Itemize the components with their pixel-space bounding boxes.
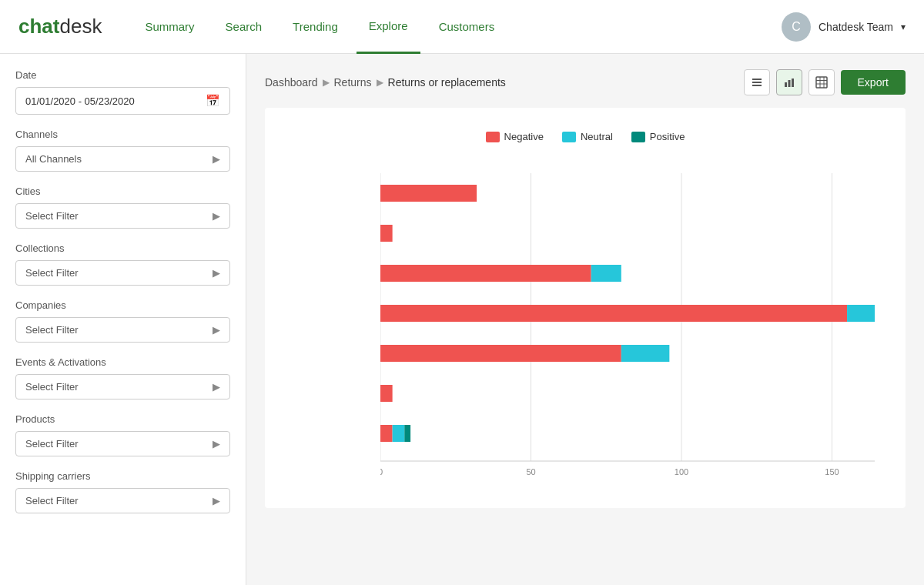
svg-text:150: 150: [825, 467, 839, 476]
svg-rect-5: [792, 79, 794, 87]
channels-value: All Channels: [25, 153, 82, 165]
breadcrumb-actions: Export: [744, 69, 906, 95]
collections-value: Select Filter: [25, 267, 79, 279]
nav-trending[interactable]: Trending: [280, 0, 350, 54]
legend-negative-color: [486, 132, 500, 142]
products-filter-group: Products Select Filter ▶: [15, 413, 230, 456]
logo-chat: chat: [18, 15, 59, 38]
nav-customers[interactable]: Customers: [427, 0, 507, 54]
shipping-label: Shipping carriers: [15, 470, 230, 482]
legend-neutral-color: [562, 132, 576, 142]
products-dropdown[interactable]: Select Filter ▶: [15, 431, 230, 456]
channels-filter-group: Channels All Channels ▶: [15, 129, 230, 172]
legend-neutral-label: Neutral: [581, 131, 613, 142]
channels-label: Channels: [15, 129, 230, 140]
shipping-value: Select Filter: [25, 495, 79, 506]
svg-rect-17: [380, 185, 477, 202]
channels-arrow-icon: ▶: [213, 153, 220, 165]
logo: chatdesk: [18, 15, 102, 38]
list-view-button[interactable]: [744, 69, 770, 95]
chart-container: Negative Neutral Positive Damaged / defe…: [265, 108, 906, 508]
svg-rect-29: [621, 345, 670, 362]
products-arrow-icon: ▶: [213, 438, 220, 450]
user-name: Chatdesk Team: [819, 21, 893, 33]
cities-dropdown[interactable]: Select Filter ▶: [15, 203, 230, 229]
nav-summary[interactable]: Summary: [132, 0, 206, 54]
cities-filter-group: Cities Select Filter ▶: [15, 186, 230, 229]
sidebar: Date 01/01/2020 - 05/23/2020 📅 Channels …: [0, 54, 246, 585]
chart-legend: Negative Neutral Positive: [280, 131, 890, 142]
svg-rect-21: [380, 265, 591, 282]
companies-value: Select Filter: [25, 324, 79, 336]
svg-rect-22: [591, 265, 621, 282]
list-icon: [751, 76, 763, 89]
svg-rect-28: [380, 345, 621, 362]
chart-svg-wrapper: Damaged / defectiveDidn't likeToo smallT…: [280, 165, 890, 486]
legend-positive-label: Positive: [650, 131, 685, 142]
events-arrow-icon: ▶: [213, 381, 220, 393]
svg-rect-19: [380, 225, 393, 242]
companies-label: Companies: [15, 299, 230, 311]
svg-text:100: 100: [675, 467, 688, 476]
svg-rect-24: [380, 305, 847, 322]
events-dropdown[interactable]: Select Filter ▶: [15, 374, 230, 399]
companies-arrow-icon: ▶: [213, 324, 220, 336]
calendar-icon: 📅: [206, 94, 220, 108]
nav-explore[interactable]: Explore: [357, 0, 420, 54]
svg-rect-0: [752, 79, 762, 80]
table-icon: [815, 76, 828, 89]
breadcrumb-arrow-2: ▶: [377, 77, 383, 88]
products-value: Select Filter: [25, 438, 79, 450]
legend-positive: Positive: [631, 131, 685, 142]
shipping-arrow-icon: ▶: [213, 495, 220, 506]
svg-rect-33: [380, 425, 393, 442]
svg-rect-35: [404, 425, 410, 442]
cities-label: Cities: [15, 186, 230, 197]
cities-value: Select Filter: [25, 210, 79, 222]
collections-label: Collections: [15, 242, 230, 254]
bar-chart-svg: Damaged / defectiveDidn't likeToo smallT…: [380, 165, 875, 484]
content-area: Dashboard ▶ Returns ▶ Returns or replace…: [246, 54, 924, 585]
collections-filter-group: Collections Select Filter ▶: [15, 242, 230, 286]
date-label: Date: [15, 69, 230, 81]
svg-rect-34: [393, 425, 405, 442]
date-value: 01/01/2020 - 05/23/2020: [25, 95, 135, 107]
chevron-down-icon: ▾: [901, 22, 906, 32]
cities-arrow-icon: ▶: [213, 210, 220, 222]
legend-positive-color: [631, 132, 645, 142]
svg-rect-25: [847, 305, 875, 322]
header: chatdesk Summary Search Trending Explore…: [0, 0, 924, 54]
svg-rect-1: [752, 82, 762, 83]
main-layout: Date 01/01/2020 - 05/23/2020 📅 Channels …: [0, 54, 924, 585]
legend-negative-label: Negative: [504, 131, 544, 142]
export-button[interactable]: Export: [841, 70, 906, 95]
bar-chart-view-button[interactable]: [776, 69, 802, 95]
user-menu[interactable]: C Chatdesk Team ▾: [782, 12, 906, 42]
channels-dropdown[interactable]: All Channels ▶: [15, 146, 230, 172]
svg-rect-6: [816, 77, 827, 88]
events-label: Events & Activations: [15, 356, 230, 368]
main-nav: Summary Search Trending Explore Customer…: [132, 0, 782, 54]
table-view-button[interactable]: [808, 69, 835, 95]
breadcrumb-returns[interactable]: Returns: [334, 76, 372, 89]
svg-rect-2: [752, 85, 762, 86]
shipping-filter-group: Shipping carriers Select Filter ▶: [15, 470, 230, 513]
avatar: C: [782, 12, 811, 42]
breadcrumb-arrow-1: ▶: [323, 77, 330, 88]
events-filter-group: Events & Activations Select Filter ▶: [15, 356, 230, 399]
legend-neutral: Neutral: [562, 131, 613, 142]
date-filter-group: Date 01/01/2020 - 05/23/2020 📅: [15, 69, 230, 115]
svg-text:50: 50: [526, 467, 535, 476]
logo-desk: desk: [59, 15, 102, 38]
shipping-dropdown[interactable]: Select Filter ▶: [15, 488, 230, 513]
events-value: Select Filter: [25, 381, 79, 393]
svg-rect-3: [785, 82, 787, 87]
collections-arrow-icon: ▶: [213, 267, 220, 279]
breadcrumb-dashboard[interactable]: Dashboard: [265, 76, 318, 89]
legend-negative: Negative: [486, 131, 544, 142]
collections-dropdown[interactable]: Select Filter ▶: [15, 260, 230, 286]
nav-search[interactable]: Search: [213, 0, 275, 54]
bar-chart-icon: [783, 76, 795, 89]
date-input[interactable]: 01/01/2020 - 05/23/2020 📅: [15, 87, 230, 115]
companies-dropdown[interactable]: Select Filter ▶: [15, 317, 230, 343]
